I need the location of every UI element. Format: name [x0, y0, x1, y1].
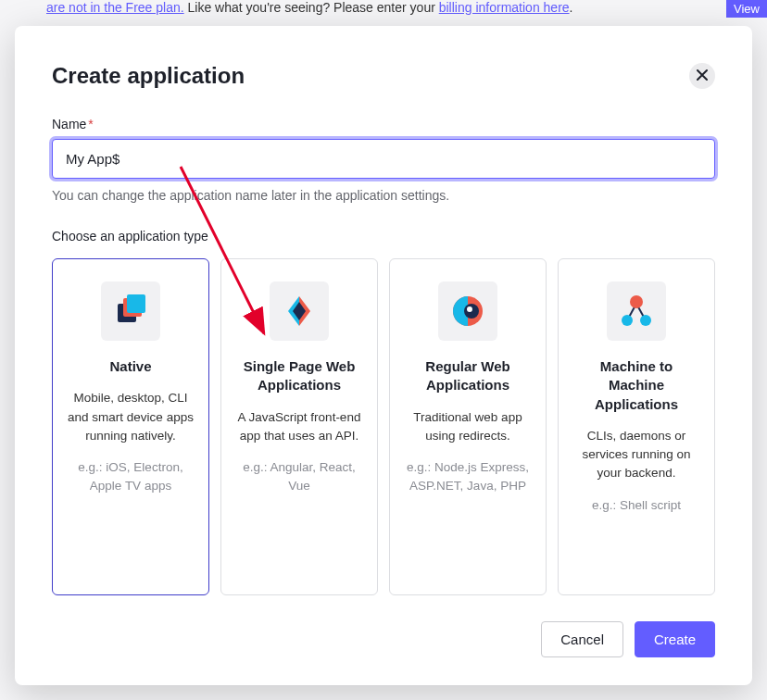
app-type-native[interactable]: Native Mobile, desktop, CLI and smart de… — [52, 258, 209, 595]
type-example: e.g.: Angular, React, Vue — [234, 458, 364, 496]
spa-icon — [270, 281, 329, 341]
cancel-button[interactable]: Cancel — [541, 621, 623, 657]
svg-point-7 — [630, 295, 643, 308]
billing-link[interactable]: billing information here — [439, 0, 570, 15]
name-input[interactable] — [52, 139, 715, 179]
type-example: e.g.: Shell script — [592, 496, 681, 515]
view-button-background: View — [726, 0, 767, 18]
name-hint: You can change the application name late… — [52, 188, 715, 203]
regular-web-icon — [438, 281, 497, 341]
modal-title: Create application — [52, 63, 245, 89]
app-type-label: Choose an application type — [52, 229, 715, 244]
svg-rect-2 — [127, 294, 145, 313]
banner-text: Like what you're seeing? Please enter yo… — [184, 0, 439, 15]
m2m-icon — [607, 281, 666, 341]
svg-point-9 — [640, 315, 651, 326]
app-type-grid: Native Mobile, desktop, CLI and smart de… — [52, 258, 715, 595]
type-desc: Mobile, desktop, CLI and smart device ap… — [66, 389, 195, 445]
native-icon — [101, 281, 160, 341]
type-title: Regular Web Applications — [403, 357, 533, 395]
create-button[interactable]: Create — [635, 621, 715, 657]
free-plan-link[interactable]: are not in the Free plan. — [46, 0, 184, 15]
app-type-m2m[interactable]: Machine to Machine Applications CLIs, da… — [558, 258, 715, 595]
type-desc: Traditional web app using redirects. — [403, 408, 533, 446]
app-type-regular-web[interactable]: Regular Web Applications Traditional web… — [389, 258, 547, 595]
type-title: Native — [109, 357, 151, 376]
close-icon — [697, 68, 708, 84]
name-label: Name* — [52, 117, 715, 131]
svg-point-4 — [467, 306, 472, 312]
create-application-modal: Create application Name* You can change … — [15, 26, 752, 685]
background-banner: are not in the Free plan. Like what you'… — [0, 0, 767, 22]
modal-footer: Cancel Create — [52, 621, 715, 657]
type-desc: CLIs, daemons or services running on you… — [572, 427, 701, 483]
svg-point-8 — [622, 315, 633, 326]
modal-header: Create application — [52, 63, 715, 89]
type-title: Single Page Web Applications — [234, 357, 364, 395]
required-indicator: * — [88, 117, 93, 131]
type-example: e.g.: Node.js Express, ASP.NET, Java, PH… — [403, 458, 533, 496]
type-example: e.g.: iOS, Electron, Apple TV apps — [66, 458, 195, 496]
close-button[interactable] — [689, 63, 715, 89]
type-title: Machine to Machine Applications — [572, 357, 701, 414]
app-type-spa[interactable]: Single Page Web Applications A JavaScrip… — [220, 258, 378, 595]
type-desc: A JavaScript front-end app that uses an … — [234, 408, 364, 446]
